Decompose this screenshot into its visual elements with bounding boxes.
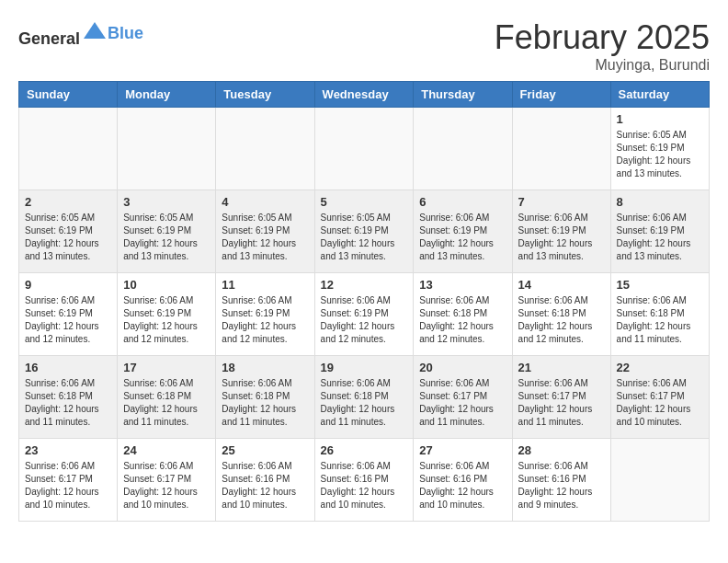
calendar-day-cell: 4Sunrise: 6:05 AM Sunset: 6:19 PM Daylig… [216,190,314,273]
calendar-day-cell: 6Sunrise: 6:06 AM Sunset: 6:19 PM Daylig… [414,190,512,273]
calendar-day-cell: 16Sunrise: 6:06 AM Sunset: 6:18 PM Dayli… [19,356,118,439]
weekday-header-friday: Friday [512,82,610,108]
calendar-day-cell [19,108,118,190]
day-info: Sunrise: 6:06 AM Sunset: 6:18 PM Dayligh… [321,377,408,429]
calendar-day-cell: 15Sunrise: 6:06 AM Sunset: 6:18 PM Dayli… [610,273,709,356]
calendar-day-cell [512,108,610,190]
month-title: February 2025 [495,18,710,57]
day-number: 1 [617,112,703,126]
day-info: Sunrise: 6:05 AM Sunset: 6:19 PM Dayligh… [617,129,703,180]
day-number: 23 [25,443,111,457]
calendar-day-cell: 13Sunrise: 6:06 AM Sunset: 6:18 PM Dayli… [414,273,512,356]
calendar-day-cell: 5Sunrise: 6:05 AM Sunset: 6:19 PM Daylig… [314,190,414,273]
day-number: 6 [419,195,506,209]
calendar-week-row: 2Sunrise: 6:05 AM Sunset: 6:19 PM Daylig… [19,190,710,273]
day-number: 7 [518,195,605,209]
title-block: February 2025 Muyinga, Burundi [495,18,710,74]
day-number: 11 [222,278,308,292]
calendar-week-row: 16Sunrise: 6:06 AM Sunset: 6:18 PM Dayli… [19,356,710,439]
weekday-header-tuesday: Tuesday [216,82,314,108]
weekday-header-thursday: Thursday [414,82,512,108]
day-number: 24 [123,443,210,457]
weekday-header-row: SundayMondayTuesdayWednesdayThursdayFrid… [19,82,710,108]
calendar-day-cell: 28Sunrise: 6:06 AM Sunset: 6:16 PM Dayli… [512,439,610,522]
calendar-day-cell: 18Sunrise: 6:06 AM Sunset: 6:18 PM Dayli… [216,356,314,439]
day-info: Sunrise: 6:06 AM Sunset: 6:16 PM Dayligh… [222,460,308,511]
calendar-day-cell: 23Sunrise: 6:06 AM Sunset: 6:17 PM Dayli… [19,439,118,522]
day-info: Sunrise: 6:06 AM Sunset: 6:19 PM Dayligh… [321,294,408,346]
day-info: Sunrise: 6:06 AM Sunset: 6:19 PM Dayligh… [518,212,605,263]
day-info: Sunrise: 6:06 AM Sunset: 6:18 PM Dayligh… [222,377,308,429]
calendar-day-cell: 3Sunrise: 6:05 AM Sunset: 6:19 PM Daylig… [118,190,216,273]
day-number: 12 [321,278,408,292]
calendar-day-cell: 27Sunrise: 6:06 AM Sunset: 6:16 PM Dayli… [414,439,512,522]
weekday-header-monday: Monday [118,82,216,108]
calendar-day-cell: 11Sunrise: 6:06 AM Sunset: 6:19 PM Dayli… [216,273,314,356]
calendar-day-cell: 25Sunrise: 6:06 AM Sunset: 6:16 PM Dayli… [216,439,314,522]
day-info: Sunrise: 6:06 AM Sunset: 6:17 PM Dayligh… [419,377,506,429]
day-info: Sunrise: 6:05 AM Sunset: 6:19 PM Dayligh… [321,212,408,263]
day-number: 14 [518,278,605,292]
svg-marker-0 [84,22,106,39]
calendar-day-cell [414,108,512,190]
day-number: 25 [222,443,308,457]
day-number: 10 [123,278,210,292]
page-header: General Blue February 2025 Muyinga, Buru… [18,18,710,74]
calendar-day-cell: 7Sunrise: 6:06 AM Sunset: 6:19 PM Daylig… [512,190,610,273]
day-info: Sunrise: 6:06 AM Sunset: 6:18 PM Dayligh… [518,294,605,346]
day-info: Sunrise: 6:06 AM Sunset: 6:17 PM Dayligh… [518,377,605,429]
day-info: Sunrise: 6:06 AM Sunset: 6:17 PM Dayligh… [123,460,210,511]
calendar-day-cell [314,108,414,190]
day-number: 26 [321,443,408,457]
day-number: 15 [617,278,703,292]
logo-general-text: General [18,29,80,48]
calendar-day-cell: 19Sunrise: 6:06 AM Sunset: 6:18 PM Dayli… [314,356,414,439]
logo-blue-text: Blue [108,24,143,42]
calendar-day-cell: 12Sunrise: 6:06 AM Sunset: 6:19 PM Dayli… [314,273,414,356]
day-number: 17 [123,361,210,374]
day-number: 5 [321,195,408,209]
day-number: 2 [25,195,111,209]
day-info: Sunrise: 6:06 AM Sunset: 6:19 PM Dayligh… [222,294,308,346]
day-number: 18 [222,361,308,374]
calendar-week-row: 23Sunrise: 6:06 AM Sunset: 6:17 PM Dayli… [19,439,710,522]
day-info: Sunrise: 6:06 AM Sunset: 6:16 PM Dayligh… [321,460,408,511]
weekday-header-sunday: Sunday [19,82,118,108]
day-info: Sunrise: 6:06 AM Sunset: 6:17 PM Dayligh… [25,460,111,511]
day-number: 3 [123,195,210,209]
day-info: Sunrise: 6:06 AM Sunset: 6:19 PM Dayligh… [617,212,703,263]
day-number: 16 [25,361,111,374]
day-info: Sunrise: 6:06 AM Sunset: 6:17 PM Dayligh… [617,377,703,429]
day-info: Sunrise: 6:06 AM Sunset: 6:18 PM Dayligh… [123,377,210,429]
day-info: Sunrise: 6:06 AM Sunset: 6:19 PM Dayligh… [419,212,506,263]
day-number: 27 [419,443,506,457]
day-info: Sunrise: 6:06 AM Sunset: 6:16 PM Dayligh… [518,460,605,511]
calendar-day-cell: 21Sunrise: 6:06 AM Sunset: 6:17 PM Dayli… [512,356,610,439]
logo: General Blue [18,18,143,49]
day-info: Sunrise: 6:06 AM Sunset: 6:18 PM Dayligh… [419,294,506,346]
weekday-header-saturday: Saturday [610,82,709,108]
calendar-day-cell: 9Sunrise: 6:06 AM Sunset: 6:19 PM Daylig… [19,273,118,356]
calendar-day-cell: 22Sunrise: 6:06 AM Sunset: 6:17 PM Dayli… [610,356,709,439]
day-info: Sunrise: 6:05 AM Sunset: 6:19 PM Dayligh… [123,212,210,263]
calendar-day-cell: 2Sunrise: 6:05 AM Sunset: 6:19 PM Daylig… [19,190,118,273]
calendar-week-row: 9Sunrise: 6:06 AM Sunset: 6:19 PM Daylig… [19,273,710,356]
calendar-week-row: 1Sunrise: 6:05 AM Sunset: 6:19 PM Daylig… [19,108,710,190]
day-number: 22 [617,361,703,374]
calendar-day-cell [610,439,709,522]
day-info: Sunrise: 6:06 AM Sunset: 6:16 PM Dayligh… [419,460,506,511]
day-number: 21 [518,361,605,374]
calendar-day-cell: 26Sunrise: 6:06 AM Sunset: 6:16 PM Dayli… [314,439,414,522]
day-number: 20 [419,361,506,374]
calendar-table: SundayMondayTuesdayWednesdayThursdayFrid… [18,81,710,522]
calendar-day-cell: 10Sunrise: 6:06 AM Sunset: 6:19 PM Dayli… [118,273,216,356]
day-info: Sunrise: 6:05 AM Sunset: 6:19 PM Dayligh… [25,212,111,263]
calendar-day-cell [118,108,216,190]
day-info: Sunrise: 6:06 AM Sunset: 6:18 PM Dayligh… [617,294,703,346]
day-number: 9 [25,278,111,292]
calendar-day-cell: 14Sunrise: 6:06 AM Sunset: 6:18 PM Dayli… [512,273,610,356]
day-number: 13 [419,278,506,292]
location: Muyinga, Burundi [495,57,710,74]
day-number: 4 [222,195,308,209]
day-number: 8 [617,195,703,209]
